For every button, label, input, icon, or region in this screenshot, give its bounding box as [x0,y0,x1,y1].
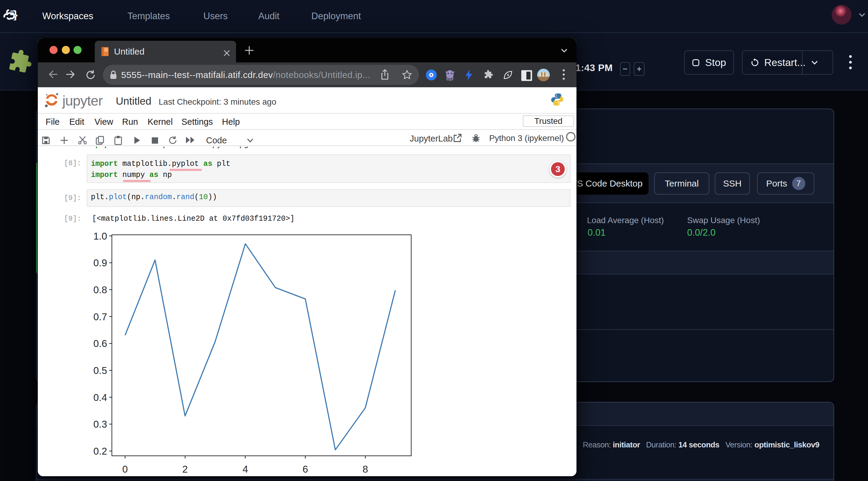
svg-text:2: 2 [182,463,188,475]
svg-text:0.2: 0.2 [93,446,107,457]
svg-text:0.4: 0.4 [93,392,107,403]
svg-text:0.7: 0.7 [93,311,107,322]
svg-text:0.9: 0.9 [93,257,107,268]
svg-text:0.5: 0.5 [93,365,107,376]
svg-text:0: 0 [122,463,128,475]
svg-text:0.3: 0.3 [93,419,107,430]
svg-text:4: 4 [243,463,248,475]
svg-text:6: 6 [303,463,308,475]
svg-text:0.8: 0.8 [93,284,107,295]
svg-text:0.6: 0.6 [93,338,107,349]
svg-text:1.0: 1.0 [93,231,107,242]
svg-text:8: 8 [363,463,368,475]
svg-text:}: } [13,9,18,21]
